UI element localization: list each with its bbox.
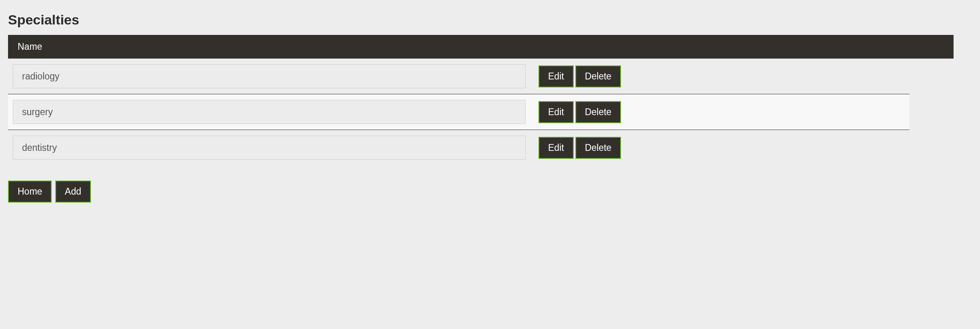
table-row: Edit Delete xyxy=(8,130,909,165)
specialty-name-input[interactable] xyxy=(13,136,526,160)
table-row: Edit Delete xyxy=(8,59,909,94)
add-button[interactable]: Add xyxy=(55,181,91,203)
edit-button[interactable]: Edit xyxy=(538,65,574,87)
specialty-name-input[interactable] xyxy=(13,100,526,124)
edit-button[interactable]: Edit xyxy=(538,137,574,159)
delete-button[interactable]: Delete xyxy=(575,137,621,159)
delete-button[interactable]: Delete xyxy=(575,101,621,123)
edit-button[interactable]: Edit xyxy=(538,101,574,123)
specialties-table: Name Edit Delete Edit Delete Edit Delete xyxy=(8,35,954,165)
page-title: Specialties xyxy=(8,12,972,28)
table-row: Edit Delete xyxy=(8,94,909,130)
table-header-name: Name xyxy=(8,35,954,59)
home-button[interactable]: Home xyxy=(8,181,52,203)
actions-bar: Home Add xyxy=(8,181,972,203)
delete-button[interactable]: Delete xyxy=(575,65,621,87)
specialty-name-input[interactable] xyxy=(13,64,526,88)
